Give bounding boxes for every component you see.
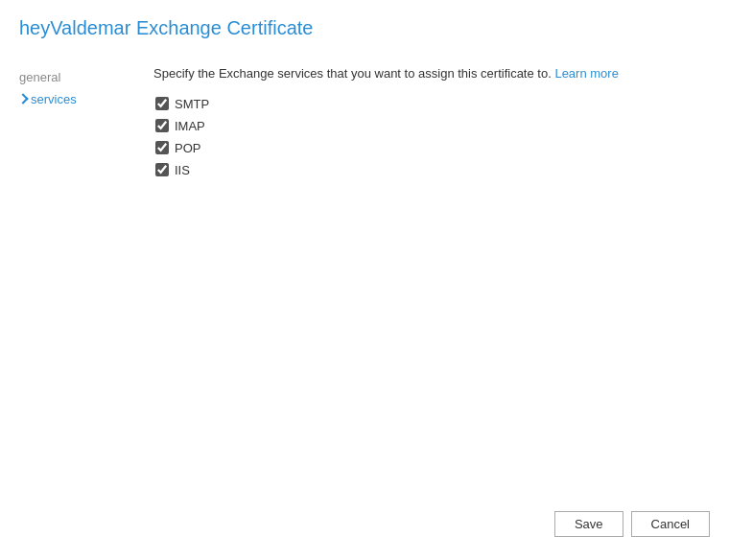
footer-buttons: Save Cancel	[554, 511, 710, 537]
arrow-icon	[17, 93, 28, 104]
checkbox-smtp-label: SMTP	[175, 97, 209, 111]
learn-more-link[interactable]: Learn more	[554, 66, 618, 81]
checkbox-imap[interactable]	[155, 119, 169, 132]
checkbox-item-imap[interactable]: IMAP	[155, 119, 700, 133]
checkbox-item-pop[interactable]: POP	[155, 141, 700, 155]
checkbox-iis[interactable]	[155, 163, 169, 176]
checkbox-iis-label: IIS	[175, 163, 190, 177]
description-text: Specify the Exchange services that you w…	[153, 64, 700, 83]
checkbox-imap-label: IMAP	[175, 119, 205, 133]
sidebar-item-services[interactable]: services	[19, 88, 144, 110]
checkbox-pop[interactable]	[155, 141, 169, 154]
content-area: general services Specify the Exchange se…	[0, 53, 729, 177]
checkbox-item-iis[interactable]: IIS	[155, 163, 700, 177]
checkbox-list: SMTP IMAP POP IIS	[155, 97, 700, 177]
description-span: Specify the Exchange services that you w…	[153, 66, 552, 81]
sidebar: general services	[0, 62, 144, 177]
checkbox-pop-label: POP	[175, 141, 200, 155]
checkbox-smtp[interactable]	[155, 97, 169, 110]
checkbox-item-smtp[interactable]: SMTP	[155, 97, 700, 111]
sidebar-item-general: general	[19, 66, 144, 88]
cancel-button[interactable]: Cancel	[631, 511, 710, 537]
save-button[interactable]: Save	[554, 511, 623, 537]
sidebar-item-services-label: services	[31, 92, 77, 106]
main-content: Specify the Exchange services that you w…	[144, 62, 729, 177]
page-title: heyValdemar Exchange Certificate	[0, 0, 729, 53]
